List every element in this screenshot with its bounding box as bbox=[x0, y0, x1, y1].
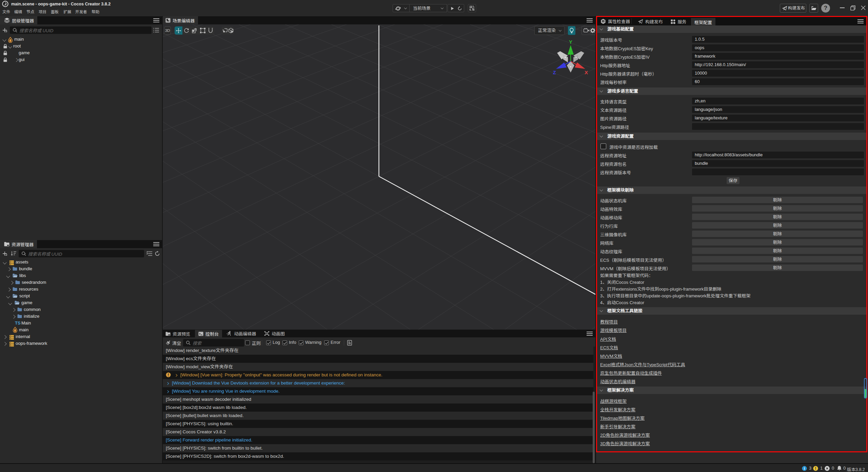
svg-text:Y: Y bbox=[569, 39, 572, 45]
svg-text:Z: Z bbox=[553, 70, 556, 75]
svg-text:X: X bbox=[585, 70, 588, 75]
